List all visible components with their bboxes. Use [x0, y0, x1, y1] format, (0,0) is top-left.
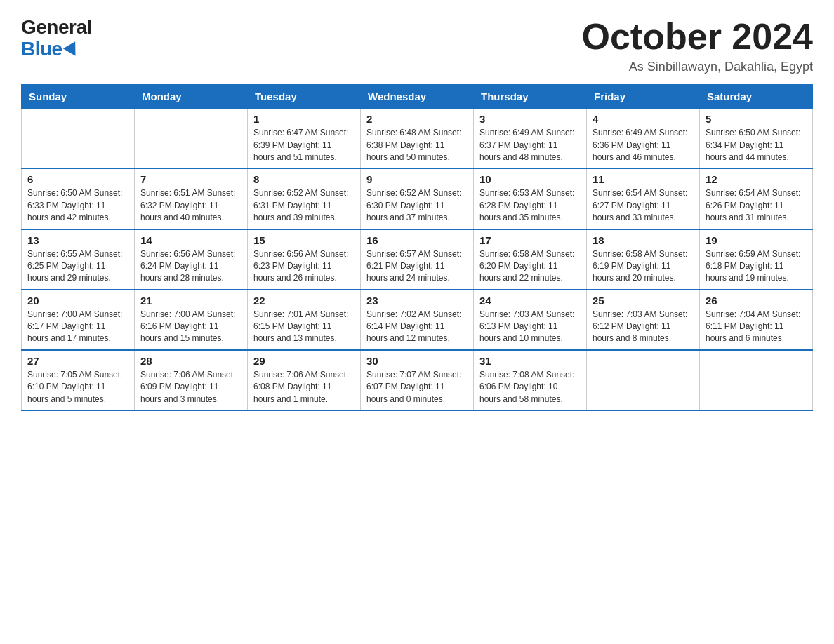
calendar-cell: 21Sunrise: 7:00 AM Sunset: 6:16 PM Dayli… [135, 290, 248, 350]
calendar-cell [135, 109, 248, 169]
day-info: Sunrise: 6:49 AM Sunset: 6:36 PM Dayligh… [593, 127, 694, 163]
day-number: 13 [27, 234, 128, 246]
day-number: 16 [366, 234, 468, 246]
calendar-cell: 16Sunrise: 6:57 AM Sunset: 6:21 PM Dayli… [361, 229, 474, 290]
day-number: 23 [366, 295, 468, 307]
header-day-saturday: Saturday [700, 85, 813, 109]
day-info: Sunrise: 6:47 AM Sunset: 6:39 PM Dayligh… [253, 127, 355, 163]
day-number: 17 [479, 234, 581, 246]
day-number: 10 [479, 173, 581, 185]
day-info: Sunrise: 7:02 AM Sunset: 6:14 PM Dayligh… [366, 309, 468, 345]
day-number: 30 [366, 355, 468, 367]
calendar-week-row: 1Sunrise: 6:47 AM Sunset: 6:39 PM Daylig… [22, 109, 813, 169]
calendar-cell: 26Sunrise: 7:04 AM Sunset: 6:11 PM Dayli… [700, 290, 813, 350]
calendar-cell [22, 109, 135, 169]
logo-blue-text: Blue [21, 39, 92, 60]
day-info: Sunrise: 6:55 AM Sunset: 6:25 PM Dayligh… [27, 248, 128, 285]
calendar-cell: 12Sunrise: 6:54 AM Sunset: 6:26 PM Dayli… [700, 168, 813, 229]
day-info: Sunrise: 7:08 AM Sunset: 6:06 PM Dayligh… [479, 369, 581, 405]
logo-triangle-icon [63, 41, 81, 60]
calendar-cell: 29Sunrise: 7:06 AM Sunset: 6:08 PM Dayli… [248, 350, 361, 410]
day-info: Sunrise: 7:04 AM Sunset: 6:11 PM Dayligh… [706, 309, 807, 345]
logo-general-text: General [21, 17, 92, 39]
day-number: 21 [140, 295, 241, 307]
day-number: 3 [479, 113, 581, 125]
day-info: Sunrise: 6:56 AM Sunset: 6:24 PM Dayligh… [140, 248, 241, 285]
day-info: Sunrise: 7:00 AM Sunset: 6:17 PM Dayligh… [27, 309, 128, 345]
calendar-cell: 6Sunrise: 6:50 AM Sunset: 6:33 PM Daylig… [22, 168, 135, 229]
day-number: 9 [366, 173, 468, 185]
calendar-cell: 30Sunrise: 7:07 AM Sunset: 6:07 PM Dayli… [361, 350, 474, 410]
calendar-cell [587, 350, 700, 410]
day-info: Sunrise: 7:00 AM Sunset: 6:16 PM Dayligh… [140, 309, 241, 345]
day-number: 11 [593, 173, 694, 185]
calendar-cell: 4Sunrise: 6:49 AM Sunset: 6:36 PM Daylig… [587, 109, 700, 169]
day-number: 22 [253, 295, 355, 307]
day-info: Sunrise: 6:52 AM Sunset: 6:31 PM Dayligh… [253, 187, 355, 224]
day-number: 5 [706, 113, 807, 125]
logo: General Blue [21, 17, 92, 60]
subtitle: As Sinbillawayn, Dakahlia, Egypt [582, 60, 814, 74]
day-number: 24 [479, 295, 581, 307]
page-header: General Blue October 2024 As Sinbillaway… [21, 17, 813, 74]
day-info: Sunrise: 7:03 AM Sunset: 6:13 PM Dayligh… [479, 309, 581, 345]
header-day-sunday: Sunday [22, 85, 135, 109]
day-number: 4 [593, 113, 694, 125]
day-number: 27 [27, 355, 128, 367]
calendar-cell: 19Sunrise: 6:59 AM Sunset: 6:18 PM Dayli… [700, 229, 813, 290]
day-number: 29 [253, 355, 355, 367]
calendar-cell [700, 350, 813, 410]
calendar-cell: 14Sunrise: 6:56 AM Sunset: 6:24 PM Dayli… [135, 229, 248, 290]
calendar-cell: 24Sunrise: 7:03 AM Sunset: 6:13 PM Dayli… [474, 290, 587, 350]
day-number: 14 [140, 234, 241, 246]
day-info: Sunrise: 7:03 AM Sunset: 6:12 PM Dayligh… [593, 309, 694, 345]
calendar-cell: 3Sunrise: 6:49 AM Sunset: 6:37 PM Daylig… [474, 109, 587, 169]
calendar-cell: 8Sunrise: 6:52 AM Sunset: 6:31 PM Daylig… [248, 168, 361, 229]
day-info: Sunrise: 7:01 AM Sunset: 6:15 PM Dayligh… [253, 309, 355, 345]
calendar-week-row: 27Sunrise: 7:05 AM Sunset: 6:10 PM Dayli… [22, 350, 813, 410]
calendar-cell: 20Sunrise: 7:00 AM Sunset: 6:17 PM Dayli… [22, 290, 135, 350]
day-number: 7 [140, 173, 241, 185]
day-number: 6 [27, 173, 128, 185]
calendar-cell: 13Sunrise: 6:55 AM Sunset: 6:25 PM Dayli… [22, 229, 135, 290]
day-number: 25 [593, 295, 694, 307]
calendar-cell: 1Sunrise: 6:47 AM Sunset: 6:39 PM Daylig… [248, 109, 361, 169]
day-number: 28 [140, 355, 241, 367]
day-number: 20 [27, 295, 128, 307]
day-info: Sunrise: 6:50 AM Sunset: 6:33 PM Dayligh… [27, 187, 128, 224]
calendar-cell: 18Sunrise: 6:58 AM Sunset: 6:19 PM Dayli… [587, 229, 700, 290]
day-number: 1 [253, 113, 355, 125]
calendar-week-row: 6Sunrise: 6:50 AM Sunset: 6:33 PM Daylig… [22, 168, 813, 229]
day-info: Sunrise: 7:07 AM Sunset: 6:07 PM Dayligh… [366, 369, 468, 405]
calendar-cell: 15Sunrise: 6:56 AM Sunset: 6:23 PM Dayli… [248, 229, 361, 290]
day-info: Sunrise: 6:49 AM Sunset: 6:37 PM Dayligh… [479, 127, 581, 163]
header-day-wednesday: Wednesday [361, 85, 474, 109]
day-info: Sunrise: 6:52 AM Sunset: 6:30 PM Dayligh… [366, 187, 468, 224]
calendar-cell: 31Sunrise: 7:08 AM Sunset: 6:06 PM Dayli… [474, 350, 587, 410]
day-info: Sunrise: 6:58 AM Sunset: 6:20 PM Dayligh… [479, 248, 581, 285]
calendar-cell: 9Sunrise: 6:52 AM Sunset: 6:30 PM Daylig… [361, 168, 474, 229]
calendar-week-row: 13Sunrise: 6:55 AM Sunset: 6:25 PM Dayli… [22, 229, 813, 290]
calendar-cell: 28Sunrise: 7:06 AM Sunset: 6:09 PM Dayli… [135, 350, 248, 410]
day-number: 2 [366, 113, 468, 125]
calendar-cell: 7Sunrise: 6:51 AM Sunset: 6:32 PM Daylig… [135, 168, 248, 229]
day-number: 19 [706, 234, 807, 246]
title-block: October 2024 As Sinbillawayn, Dakahlia, … [582, 17, 814, 74]
calendar-week-row: 20Sunrise: 7:00 AM Sunset: 6:17 PM Dayli… [22, 290, 813, 350]
calendar-cell: 27Sunrise: 7:05 AM Sunset: 6:10 PM Dayli… [22, 350, 135, 410]
day-number: 15 [253, 234, 355, 246]
calendar-cell: 17Sunrise: 6:58 AM Sunset: 6:20 PM Dayli… [474, 229, 587, 290]
day-info: Sunrise: 6:48 AM Sunset: 6:38 PM Dayligh… [366, 127, 468, 163]
calendar-cell: 10Sunrise: 6:53 AM Sunset: 6:28 PM Dayli… [474, 168, 587, 229]
calendar-cell: 5Sunrise: 6:50 AM Sunset: 6:34 PM Daylig… [700, 109, 813, 169]
calendar-cell: 2Sunrise: 6:48 AM Sunset: 6:38 PM Daylig… [361, 109, 474, 169]
calendar-cell: 11Sunrise: 6:54 AM Sunset: 6:27 PM Dayli… [587, 168, 700, 229]
day-info: Sunrise: 6:57 AM Sunset: 6:21 PM Dayligh… [366, 248, 468, 285]
day-info: Sunrise: 6:53 AM Sunset: 6:28 PM Dayligh… [479, 187, 581, 224]
day-info: Sunrise: 6:51 AM Sunset: 6:32 PM Dayligh… [140, 187, 241, 224]
day-info: Sunrise: 6:56 AM Sunset: 6:23 PM Dayligh… [253, 248, 355, 285]
day-number: 31 [479, 355, 581, 367]
day-info: Sunrise: 7:05 AM Sunset: 6:10 PM Dayligh… [27, 369, 128, 405]
calendar-cell: 22Sunrise: 7:01 AM Sunset: 6:15 PM Dayli… [248, 290, 361, 350]
day-info: Sunrise: 7:06 AM Sunset: 6:09 PM Dayligh… [140, 369, 241, 405]
